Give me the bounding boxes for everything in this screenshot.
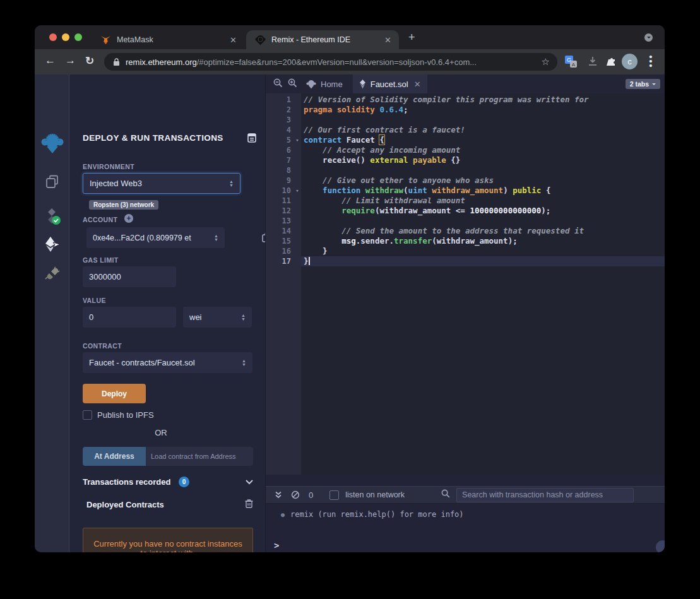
code-line-4[interactable]: 4// Our first contract is a faucet! xyxy=(266,125,665,135)
select-stepper-icon: ▲▼ xyxy=(229,180,234,187)
code-line-12[interactable]: 12 require(withdraw_amount <= 1000000000… xyxy=(266,206,665,216)
forward-icon[interactable]: → xyxy=(65,54,76,67)
code-line-1[interactable]: 1// Version of Solidity compiler this pr… xyxy=(266,95,665,105)
reload-icon[interactable]: ↻ xyxy=(85,54,94,68)
terminal-scrollbar-thumb[interactable] xyxy=(656,540,665,552)
tabs-count-dropdown[interactable]: 2 tabs xyxy=(626,79,660,89)
line-number: 12 xyxy=(266,206,291,216)
address-bar[interactable]: remix.ethereum.org/#optimize=false&runs=… xyxy=(104,53,557,71)
expand-terminal-icon[interactable] xyxy=(275,491,282,499)
code-line-8[interactable]: 8 xyxy=(266,165,665,175)
code-line-16[interactable]: 16 } xyxy=(266,246,665,256)
or-label: OR xyxy=(69,428,252,437)
fold-spacer xyxy=(291,216,304,226)
code-line-3[interactable]: 3 xyxy=(266,115,665,125)
fold-arrow-icon[interactable]: ▾ xyxy=(291,186,304,196)
code-line-5[interactable]: 5▾contract Faucet { xyxy=(266,135,665,145)
svg-text:A: A xyxy=(572,62,576,68)
add-account-plus-icon[interactable]: + xyxy=(124,214,133,223)
extensions-puzzle-icon[interactable] xyxy=(607,56,617,69)
tab-search-button[interactable] xyxy=(644,33,653,42)
solidity-compiler-icon[interactable] xyxy=(35,207,69,228)
value-input[interactable]: 0 xyxy=(83,307,176,328)
fold-spacer xyxy=(291,206,304,216)
clear-console-icon[interactable] xyxy=(291,490,300,499)
code-line-14[interactable]: 14 // Send the amount to the address tha… xyxy=(266,226,665,236)
code-text: // Limit withdrawal amount xyxy=(304,196,665,206)
listen-network-checkbox[interactable] xyxy=(329,490,339,500)
terminal-search-input[interactable] xyxy=(456,488,634,502)
select-stepper-icon: ▲▼ xyxy=(214,234,218,242)
zoom-out-icon[interactable] xyxy=(273,78,283,90)
tab-remix-close-icon[interactable]: ✕ xyxy=(384,35,391,45)
code-line-15[interactable]: 15 msg.sender.transfer(withdraw_amount); xyxy=(266,236,665,246)
tab-metamask[interactable]: MetaMask ✕ xyxy=(92,30,244,49)
remix-logo-small-icon xyxy=(306,80,316,89)
deploy-run-icon[interactable] xyxy=(35,236,69,255)
account-label: ACCOUNT xyxy=(83,216,117,223)
documentation-icon[interactable] xyxy=(247,133,256,145)
tab-faucet-sol[interactable]: Faucet.sol ✕ xyxy=(353,74,427,93)
line-number: 6 xyxy=(266,145,291,155)
trash-icon[interactable] xyxy=(245,499,253,508)
value-value: 0 xyxy=(89,312,93,322)
deployed-contracts-row: Deployed Contracts xyxy=(86,499,253,510)
line-number: 3 xyxy=(266,115,291,125)
select-stepper-icon: ▲▼ xyxy=(241,314,246,321)
at-address-input[interactable] xyxy=(146,447,253,466)
download-icon[interactable] xyxy=(588,57,598,69)
environment-select[interactable]: Injected Web3 ▲▼ xyxy=(83,173,240,194)
network-badge: Ropsten (3) network xyxy=(89,200,158,210)
maximize-window-button[interactable] xyxy=(74,33,82,41)
bookmark-star-icon[interactable]: ☆ xyxy=(542,56,550,68)
plugin-manager-icon[interactable] xyxy=(35,266,69,284)
fold-arrow-icon[interactable]: ▾ xyxy=(291,135,304,145)
line-number: 4 xyxy=(266,125,291,135)
transactions-recorded-row[interactable]: Transactions recorded 0 xyxy=(83,476,253,490)
fold-spacer xyxy=(291,125,304,135)
deploy-run-panel: DEPLOY & RUN TRANSACTIONS ENVIRONMENT In… xyxy=(69,74,265,552)
terminal-prompt[interactable]: > xyxy=(274,540,279,550)
contract-select[interactable]: Faucet - contracts/Faucet.sol ▲▼ xyxy=(83,352,252,373)
tab-metamask-close-icon[interactable]: ✕ xyxy=(230,35,237,45)
value-unit-select[interactable]: wei ▲▼ xyxy=(183,307,252,328)
code-line-17[interactable]: 17} xyxy=(266,256,665,266)
code-line-11[interactable]: 11 // Limit withdrawal amount xyxy=(266,196,665,206)
code-text: // Give out ether to anyone who asks xyxy=(304,175,665,186)
tab-faucet-close-icon[interactable]: ✕ xyxy=(414,80,421,89)
file-explorer-icon[interactable] xyxy=(35,174,69,192)
code-line-2[interactable]: 2pragma solidity 0.6.4; xyxy=(266,105,665,115)
code-line-10[interactable]: 10▾ function withdraw(uint withdraw_amou… xyxy=(266,186,665,196)
remix-home-logo-icon[interactable] xyxy=(35,133,69,157)
deploy-button[interactable]: Deploy xyxy=(83,384,146,403)
chevron-down-icon[interactable] xyxy=(246,480,253,485)
gas-limit-input[interactable]: 3000000 xyxy=(83,266,176,287)
browser-menu-icon[interactable]: ••• xyxy=(648,54,653,68)
back-icon[interactable]: ← xyxy=(45,54,56,67)
fold-spacer xyxy=(291,155,304,165)
translate-icon[interactable]: G A xyxy=(565,56,577,70)
at-address-button[interactable]: At Address xyxy=(83,447,146,466)
panel-title: DEPLOY & RUN TRANSACTIONS xyxy=(83,133,223,143)
code-line-9[interactable]: 9 // Give out ether to anyone who asks xyxy=(266,175,665,186)
account-select[interactable]: 0xe4e...Fa2Cd (0.809979 et ▲▼ xyxy=(86,227,225,248)
close-window-button[interactable] xyxy=(49,33,57,41)
code-editor[interactable]: 1// Version of Solidity compiler this pr… xyxy=(266,93,665,475)
code-line-7[interactable]: 7 receive() external payable {} xyxy=(266,155,665,165)
browser-profile-avatar[interactable]: c xyxy=(622,54,638,69)
publish-ipfs-checkbox[interactable] xyxy=(83,410,92,420)
zoom-in-icon[interactable] xyxy=(288,78,297,90)
tab-remix[interactable]: Remix - Ethereum IDE ✕ xyxy=(246,30,399,49)
tab-home[interactable]: Home xyxy=(301,74,353,93)
line-number: 13 xyxy=(266,216,291,226)
code-line-6[interactable]: 6 // Accept any incoming amount xyxy=(266,145,665,155)
code-lines: 1// Version of Solidity compiler this pr… xyxy=(266,95,665,266)
new-tab-button[interactable]: + xyxy=(408,33,415,42)
environment-value: Injected Web3 xyxy=(90,179,142,188)
contract-label: CONTRACT xyxy=(83,342,122,350)
fold-spacer xyxy=(291,105,304,115)
url-path: /#optimize=false&runs=200&evmVersion=nul… xyxy=(197,57,477,67)
code-text: // Send the amount to the address that r… xyxy=(304,226,665,236)
minimize-window-button[interactable] xyxy=(62,33,69,41)
code-line-13[interactable]: 13 xyxy=(266,216,665,226)
